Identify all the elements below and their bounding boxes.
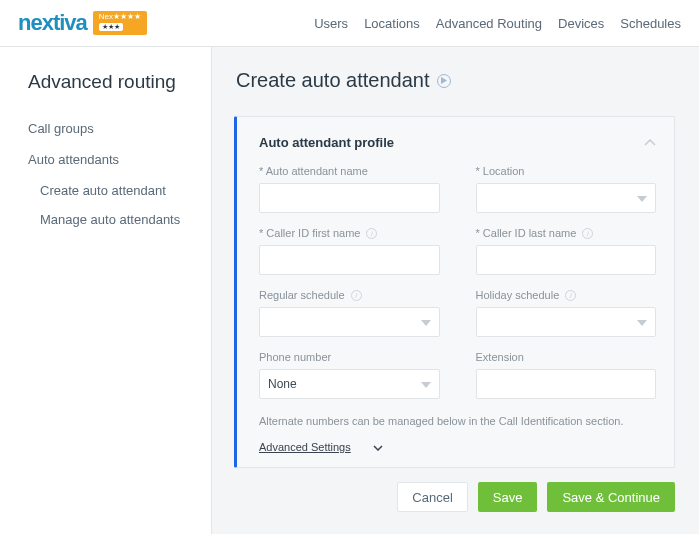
input-cid-last[interactable] xyxy=(476,245,657,275)
logo-badge: Nex★★★★ ★★★ xyxy=(93,11,147,34)
sidebar-item-manage-aa[interactable]: Manage auto attendants xyxy=(40,212,191,227)
select-phone-value: None xyxy=(268,377,297,391)
field-regular-schedule: Regular schedule i xyxy=(259,289,440,337)
field-extension: Extension xyxy=(476,351,657,399)
advanced-settings-label: Advanced Settings xyxy=(259,441,351,453)
primary-nav: Users Locations Advanced Routing Devices… xyxy=(314,16,681,31)
sidebar-title: Advanced routing xyxy=(28,71,191,93)
collapse-icon[interactable] xyxy=(644,133,656,151)
sidebar: Advanced routing Call groups Auto attend… xyxy=(0,47,212,534)
svg-marker-4 xyxy=(421,382,431,388)
field-location: * Location xyxy=(476,165,657,213)
play-icon[interactable] xyxy=(437,74,451,88)
chevron-down-icon xyxy=(421,377,431,391)
svg-marker-0 xyxy=(441,77,447,84)
fields-grid: * Auto attendant name * Location * xyxy=(259,165,656,399)
label-extension: Extension xyxy=(476,351,657,363)
chevron-down-icon xyxy=(637,315,647,329)
page-title-text: Create auto attendant xyxy=(236,69,429,92)
logo-word: nextiva xyxy=(18,10,87,36)
save-button[interactable]: Save xyxy=(478,482,538,512)
svg-marker-2 xyxy=(421,320,431,326)
select-regular-schedule[interactable] xyxy=(259,307,440,337)
save-continue-button[interactable]: Save & Continue xyxy=(547,482,675,512)
label-holiday-schedule: Holiday schedule i xyxy=(476,289,657,301)
select-location[interactable] xyxy=(476,183,657,213)
top-bar: nextiva Nex★★★★ ★★★ Users Locations Adva… xyxy=(0,0,699,47)
label-phone: Phone number xyxy=(259,351,440,363)
nav-advanced-routing[interactable]: Advanced Routing xyxy=(436,16,542,31)
nav-locations[interactable]: Locations xyxy=(364,16,420,31)
svg-marker-1 xyxy=(637,196,647,202)
shell: Advanced routing Call groups Auto attend… xyxy=(0,47,699,534)
info-icon[interactable]: i xyxy=(565,290,576,301)
label-regular-schedule: Regular schedule i xyxy=(259,289,440,301)
panel-head: Auto attendant profile xyxy=(259,133,656,151)
label-aa-name: * Auto attendant name xyxy=(259,165,440,177)
field-cid-first: * Caller ID first name i xyxy=(259,227,440,275)
sidebar-item-call-groups[interactable]: Call groups xyxy=(28,121,191,136)
select-phone[interactable]: None xyxy=(259,369,440,399)
sidebar-item-auto-attendants[interactable]: Auto attendants xyxy=(28,152,191,167)
page-title: Create auto attendant xyxy=(236,69,675,92)
label-cid-last: * Caller ID last name i xyxy=(476,227,657,239)
chevron-down-icon xyxy=(421,315,431,329)
profile-panel: Auto attendant profile * Auto attendant … xyxy=(234,116,675,468)
field-holiday-schedule: Holiday schedule i xyxy=(476,289,657,337)
nav-schedules[interactable]: Schedules xyxy=(620,16,681,31)
logo: nextiva Nex★★★★ ★★★ xyxy=(18,10,147,36)
info-icon[interactable]: i xyxy=(582,228,593,239)
nav-devices[interactable]: Devices xyxy=(558,16,604,31)
sidebar-sub: Create auto attendant Manage auto attend… xyxy=(40,183,191,227)
panel-title: Auto attendant profile xyxy=(259,135,394,150)
cancel-button[interactable]: Cancel xyxy=(397,482,467,512)
chevron-down-icon xyxy=(373,441,383,453)
sidebar-item-create-aa[interactable]: Create auto attendant xyxy=(40,183,191,198)
field-phone: Phone number None xyxy=(259,351,440,399)
advanced-settings-toggle[interactable]: Advanced Settings xyxy=(259,441,383,453)
info-icon[interactable]: i xyxy=(351,290,362,301)
info-icon[interactable]: i xyxy=(366,228,377,239)
nav-users[interactable]: Users xyxy=(314,16,348,31)
field-aa-name: * Auto attendant name xyxy=(259,165,440,213)
input-extension[interactable] xyxy=(476,369,657,399)
label-location: * Location xyxy=(476,165,657,177)
select-holiday-schedule[interactable] xyxy=(476,307,657,337)
field-cid-last: * Caller ID last name i xyxy=(476,227,657,275)
input-cid-first[interactable] xyxy=(259,245,440,275)
main: Create auto attendant Auto attendant pro… xyxy=(212,47,699,534)
label-cid-first: * Caller ID first name i xyxy=(259,227,440,239)
alt-numbers-note: Alternate numbers can be managed below i… xyxy=(259,415,656,427)
svg-marker-3 xyxy=(637,320,647,326)
chevron-down-icon xyxy=(637,191,647,205)
input-aa-name[interactable] xyxy=(259,183,440,213)
action-bar: Cancel Save Save & Continue xyxy=(234,482,675,512)
